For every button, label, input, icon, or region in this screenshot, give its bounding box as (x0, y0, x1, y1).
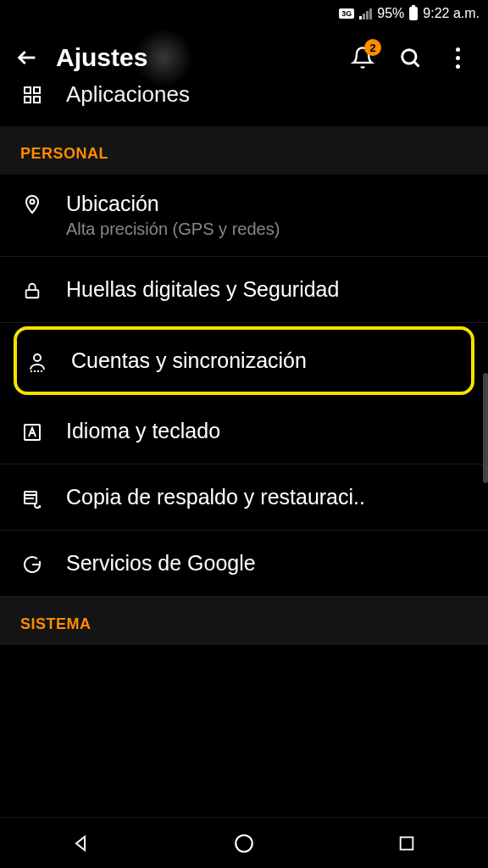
svg-point-1 (402, 50, 416, 64)
nav-home-button[interactable] (227, 826, 261, 860)
status-bar: 3G 95% 9:22 a.m. (0, 0, 488, 27)
settings-item-sublabel: Alta precisión (GPS y redes) (66, 220, 468, 239)
notification-badge: 2 (364, 39, 381, 56)
settings-item-location[interactable]: Ubicación Alta precisión (GPS y redes) (0, 175, 488, 257)
svg-rect-6 (34, 97, 40, 103)
apps-icon (20, 85, 44, 105)
section-header-sistema: SISTEMA (0, 597, 488, 645)
google-icon (20, 554, 44, 575)
overflow-menu-button[interactable] (442, 42, 473, 73)
nav-back-button[interactable] (64, 826, 98, 860)
settings-item-language[interactable]: Idioma y teclado (0, 398, 488, 465)
settings-item-google[interactable]: Servicios de Google (0, 531, 488, 597)
settings-item-label: Ubicación (66, 192, 468, 216)
battery-percent: 95% (377, 6, 404, 21)
signal-icon (359, 8, 372, 19)
battery-icon (409, 7, 418, 20)
more-icon (456, 47, 460, 69)
backup-icon (20, 488, 44, 509)
settings-item-label: Copia de respaldo y restauraci.. (66, 485, 468, 509)
notifications-button[interactable]: 2 (347, 42, 378, 73)
svg-point-18 (236, 835, 252, 852)
settings-item-label: Idioma y teclado (66, 419, 468, 443)
settings-item-backup[interactable]: Copia de respaldo y restauraci.. (0, 465, 488, 531)
language-icon (20, 422, 44, 442)
svg-rect-8 (26, 290, 39, 298)
clock: 9:22 a.m. (423, 6, 480, 21)
svg-point-7 (30, 200, 35, 204)
svg-rect-19 (401, 837, 413, 849)
svg-rect-5 (25, 97, 30, 103)
settings-item-label: Servicios de Google (66, 551, 468, 576)
section-header-personal: PERSONAL (0, 126, 488, 175)
settings-item-security[interactable]: Huellas digitales y Seguridad (0, 257, 488, 323)
svg-point-9 (34, 354, 41, 361)
settings-item-label: Cuentas y sincronización (71, 348, 463, 373)
svg-rect-3 (25, 87, 30, 93)
svg-rect-4 (34, 87, 40, 93)
settings-item-accounts[interactable]: Cuentas y sincronización (14, 326, 474, 395)
settings-item-label: Huellas digitales y Seguridad (66, 277, 468, 302)
lock-icon (20, 281, 44, 301)
scrollbar[interactable] (483, 373, 488, 483)
app-bar: Ajustes 2 (0, 27, 488, 88)
navigation-bar (0, 817, 488, 868)
network-badge: 3G (339, 8, 354, 19)
svg-marker-17 (76, 837, 85, 850)
page-title-wrap: Ajustes (56, 43, 330, 72)
search-button[interactable] (395, 42, 425, 73)
nav-recent-button[interactable] (390, 826, 424, 860)
location-icon (20, 193, 44, 215)
settings-item-label: Aplicaciones (66, 81, 190, 108)
page-title: Ajustes (56, 43, 147, 71)
accounts-icon (25, 351, 49, 373)
settings-item-apps[interactable]: Aplicaciones (0, 81, 488, 126)
back-button[interactable] (15, 46, 39, 70)
svg-line-2 (414, 62, 419, 66)
